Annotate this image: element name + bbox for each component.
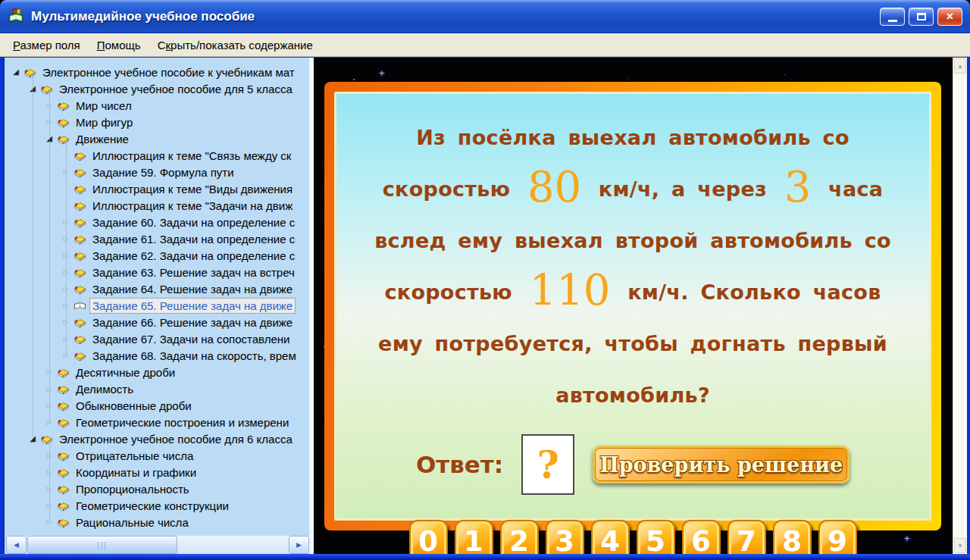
tree-item[interactable]: Иллюстрация к теме "Виды движения (6, 180, 309, 197)
digit-button-9[interactable]: 9 (818, 520, 857, 554)
tree-item[interactable]: Иллюстрация к теме "Задачи на движ (6, 197, 309, 214)
menu-item-2[interactable]: Помощь (89, 36, 149, 55)
tree-item-label: Задание 64. Решение задач на движе (90, 282, 295, 296)
tree-item[interactable]: ▷Отрицательные числа (6, 447, 309, 464)
sparkle-star: + (904, 535, 910, 543)
scroll-up-arrow-icon[interactable]: ▲ (954, 58, 966, 74)
digit-button-2[interactable]: 2 (500, 520, 539, 554)
maximize-button[interactable] (909, 8, 934, 26)
tree-item[interactable]: Иллюстрация к теме "Связь между ск (6, 147, 309, 164)
tree-item[interactable]: ▷Задание 61. Задачи на определение с (6, 230, 309, 247)
tree-item[interactable]: ▷Пропорциональность (6, 480, 309, 497)
tree-item[interactable]: ▷Задание 59. Формула пути (6, 164, 309, 180)
scrollbar-thumb[interactable]: ||| (27, 536, 177, 554)
digit-button-1[interactable]: 1 (455, 520, 493, 554)
tree-item-label: Задание 60. Задачи на определение с (90, 215, 297, 230)
check-solution-button[interactable]: Проверить решение (593, 446, 850, 483)
tree-item-label: Геометрические конструкции (74, 499, 231, 513)
tree-item[interactable]: ▷Делимость (6, 380, 309, 397)
tree-item[interactable]: ◢Движение (6, 130, 309, 147)
tree-item[interactable]: ◢Электронное учебное пособие для 6 класс… (6, 430, 309, 447)
tree-item[interactable]: ▷Задание 66. Решение задач на движе (6, 314, 309, 330)
book-icon (23, 66, 37, 78)
menu-item-1[interactable]: Размер поля (5, 36, 89, 55)
close-icon: × (947, 11, 953, 23)
tree-item[interactable]: ▷Задание 60. Задачи на определение с (6, 214, 309, 230)
app-books-icon (8, 8, 26, 25)
answer-label: Ответ: (416, 451, 503, 478)
stage-vertical-scrollbar[interactable]: ▲ ▼ (953, 58, 967, 554)
maximize-icon (917, 13, 926, 20)
book-icon (73, 349, 87, 361)
book-icon (73, 283, 87, 295)
tree-item-label: Рациональные числа (74, 515, 191, 530)
tree-item-label: Координаты и графики (74, 465, 199, 480)
book-icon (56, 366, 70, 378)
tree-item[interactable]: ◢Электронное учебное пособие для 5 класс… (6, 80, 309, 97)
tree-item[interactable]: ▷Обыкновенные дроби (6, 397, 309, 414)
tree-item[interactable]: ▷Геометрические конструкции (6, 497, 309, 514)
book-icon (73, 149, 87, 161)
menu-bar: Размер поляПомощьСкрыть/показать содержа… (0, 33, 970, 57)
tree-item-label: Задание 62. Задачи на определение с (90, 249, 297, 263)
digit-button-3[interactable]: 3 (546, 520, 584, 554)
digit-button-6[interactable]: 6 (682, 520, 721, 554)
tree-item-label: Десятичные дроби (74, 365, 177, 380)
tree-item[interactable]: ▷Рациональные числа (6, 514, 309, 530)
tree-item[interactable]: ▷Задание 68. Задачи на скорость, врем (6, 347, 309, 364)
tree-item[interactable]: ▷Геометрические построения и измерени (6, 414, 309, 430)
book-icon (73, 316, 87, 328)
tree-item[interactable]: ▷Задание 62. Задачи на определение с (6, 247, 309, 264)
answer-input-box[interactable]: ? (521, 434, 574, 495)
book-icon (56, 416, 70, 428)
tree-item-label: Электронное учебное пособие для 5 класса (57, 82, 295, 96)
digit-button-5[interactable]: 5 (637, 520, 675, 554)
tree-horizontal-scrollbar[interactable]: ◀ ||| ▶ (6, 536, 309, 554)
tree-item-label: Движение (74, 132, 131, 146)
digit-button-0[interactable]: 0 (409, 520, 448, 554)
tree-item[interactable]: ▷Задание 67. Задачи на сопоставлени (6, 330, 309, 347)
tree-guide-line (49, 93, 51, 422)
scroll-left-arrow-icon[interactable]: ◀ (6, 536, 27, 554)
collapse-arrow-icon[interactable]: ◢ (11, 67, 21, 77)
tree-item[interactable]: ▷Десятичные дроби (6, 364, 309, 380)
digit-button-8[interactable]: 8 (773, 520, 812, 554)
tree-item[interactable]: ▷Задание 64. Решение задач на движе (6, 280, 309, 297)
book-icon (56, 99, 70, 111)
tree-item[interactable]: ▷Задание 63. Решение задач на встреч (6, 264, 309, 280)
answer-row: Ответ: ? Проверить решение (364, 435, 902, 494)
tree-item-label: Делимость (74, 382, 136, 396)
tree-item[interactable]: ▷Задание 65. Решение задач на движе (6, 297, 309, 314)
digit-button-7[interactable]: 7 (728, 520, 766, 554)
sparkle-star: + (379, 70, 385, 77)
tree-item-label: Электронное учебное пособие к учебникам … (40, 65, 297, 80)
scroll-right-arrow-icon[interactable]: ▶ (289, 536, 309, 554)
star (784, 74, 785, 75)
book-icon (73, 333, 87, 345)
tree-item-label: Иллюстрация к теме "Связь между ск (90, 149, 293, 163)
scroll-down-arrow-icon[interactable]: ▼ (954, 538, 966, 553)
book-icon (73, 216, 87, 228)
tree-item[interactable]: ▷Координаты и графики (6, 464, 309, 480)
tree-item[interactable]: ◢Электронное учебное пособие к учебникам… (6, 64, 309, 80)
window-title: Мультимедийное учебное пособие (31, 9, 255, 24)
book-icon (56, 116, 70, 128)
book-icon (56, 383, 70, 395)
minimize-button[interactable] (880, 8, 905, 26)
tree-item-label: Задание 66. Решение задач на движе (90, 315, 295, 330)
exercise-stage: +++ Из посёлка выехал автомобиль со скор… (314, 58, 967, 554)
book-icon (56, 516, 70, 528)
book-icon (73, 266, 87, 278)
problem-text: Из посёлка выехал автомобиль со скорость… (364, 112, 902, 421)
tree-item[interactable]: ▷Мир фигур (6, 114, 309, 130)
menu-item-3[interactable]: Скрыть/показать содержание (149, 36, 321, 55)
tree-guide-line (49, 443, 51, 522)
book-icon (56, 133, 70, 145)
star (353, 79, 355, 80)
problem-number: 3 (779, 162, 817, 211)
tree-item-label: Иллюстрация к теме "Виды движения (90, 182, 295, 196)
window-controls: × (880, 8, 962, 26)
tree-item[interactable]: ▷Мир чисел (6, 97, 309, 114)
close-button[interactable]: × (937, 8, 962, 26)
digit-button-4[interactable]: 4 (591, 520, 630, 554)
